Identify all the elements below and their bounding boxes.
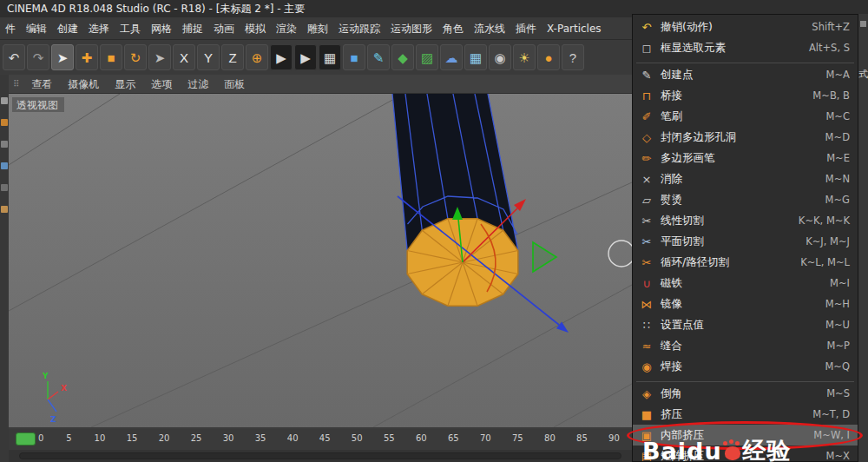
tool-icon: ▶ xyxy=(300,51,311,64)
window-title: CINEMA 4D R18.048 Studio (RC - R18) - [未… xyxy=(7,3,305,15)
menu-item-bevel[interactable]: ◈ 倒角 M~S xyxy=(633,383,858,404)
scale-tool[interactable]: ■ xyxy=(100,44,122,70)
axis-label-z: Z xyxy=(50,415,56,424)
menu-item-label: 桥接 xyxy=(655,89,804,103)
menu-bar-item[interactable]: 选择 xyxy=(83,17,115,40)
add-camera-button[interactable]: ◉ xyxy=(489,44,511,70)
render-settings-button[interactable]: ▦ xyxy=(319,44,341,70)
tool-icon: ↷ xyxy=(33,51,44,64)
menu-item-set-point-value[interactable]: ∷ 设置点值 M~U xyxy=(633,314,858,335)
menu-bar-item[interactable]: 插件 xyxy=(510,17,542,40)
material-ball-icon[interactable]: ● xyxy=(537,44,560,70)
timeline-range-slider[interactable] xyxy=(19,452,621,459)
menu-bar-item[interactable]: 流水线 xyxy=(469,17,510,40)
tool-icon: ↻ xyxy=(130,51,141,64)
menu-bar-item[interactable]: 工具 xyxy=(115,17,146,40)
menu-bar-item[interactable]: 运动图形 xyxy=(385,17,437,40)
menu-item-line-cut[interactable]: ✂ 线性切割 K~K, M~K xyxy=(633,210,858,231)
edge-mode-icon[interactable] xyxy=(1,184,8,191)
rotate-tool[interactable]: ↻ xyxy=(124,44,147,70)
menu-item-undo-action[interactable]: ↶ 撤销(动作) Shift+Z xyxy=(633,16,858,37)
coordinate-system-button[interactable]: ⊕ xyxy=(246,44,268,70)
menu-item-stitch-and-sew[interactable]: ≈ 缝合 M~P xyxy=(633,335,858,356)
panel-handle-icon[interactable]: ⠿ xyxy=(9,79,23,89)
menu-item-mirror[interactable]: ⋈ 镜像 M~H xyxy=(633,294,858,314)
timeline-ticks: 0 5 10 15 20 25 30 35 40 45 50 55 60 65 … xyxy=(38,433,620,443)
last-used-tool[interactable]: ➤ xyxy=(148,44,171,70)
menu-item-shortcut: M~D xyxy=(817,131,850,143)
model-mode-icon[interactable] xyxy=(1,119,8,126)
menu-bar-item[interactable]: 模拟 xyxy=(240,17,271,40)
timeline-ruler[interactable]: 0 5 10 15 20 25 30 35 40 45 50 55 60 65 … xyxy=(9,429,632,450)
menu-item-label: 设置点值 xyxy=(655,318,817,333)
tool-icon: Z xyxy=(228,51,236,64)
dissolve-icon: × xyxy=(638,174,655,185)
viewport-menu-item[interactable]: 选项 xyxy=(143,75,180,94)
menu-item-loop-path-cut[interactable]: ✂ 循环/路径切割 K~L, M~L xyxy=(633,252,858,273)
move-tool[interactable]: ✚ xyxy=(76,44,98,70)
timeline-tick: 20 xyxy=(159,433,170,443)
menu-bar-item[interactable]: 雕刻 xyxy=(302,17,333,40)
render-view-button[interactable]: ▶ xyxy=(270,44,293,70)
add-generator-button[interactable]: ◆ xyxy=(391,44,414,70)
add-spline-pen-button[interactable]: ✎ xyxy=(367,44,390,70)
menu-item-iron[interactable]: ▱ 熨烫 M~G xyxy=(633,189,858,210)
live-selection-tool[interactable]: ➤ xyxy=(51,44,74,70)
menu-item-plane-cut[interactable]: ✂ 平面切割 K~J, M~J xyxy=(633,231,858,252)
menu-bar-item[interactable]: 件 xyxy=(0,17,21,40)
timeline-tick: 70 xyxy=(480,433,491,443)
viewport-menu-item[interactable]: 过滤 xyxy=(180,75,216,94)
make-editable-icon[interactable] xyxy=(1,97,8,104)
close-polygon-hole-icon: ◇ xyxy=(638,132,655,143)
point-mode-icon[interactable] xyxy=(1,162,8,169)
menu-bar-item[interactable]: 捕捉 xyxy=(177,17,208,40)
menu-bar-item[interactable]: 角色 xyxy=(437,17,469,40)
add-deformer-button[interactable]: ▨ xyxy=(416,44,438,70)
menu-item-magnet[interactable]: ∪ 磁铁 M~I xyxy=(633,273,858,294)
add-environment-button[interactable]: ☁ xyxy=(440,44,463,70)
timeline-tick: 90 xyxy=(608,433,620,443)
menu-bar-item[interactable]: 编辑 xyxy=(21,17,52,40)
menu-bar-item[interactable]: 渲染 xyxy=(271,17,302,40)
tool-icon: ◆ xyxy=(398,51,408,64)
menu-item-polygon-pen[interactable]: ✏ 多边形画笔 M~E xyxy=(633,148,858,168)
menu-item-label: 缝合 xyxy=(655,339,819,353)
undo-icon[interactable]: ↶ xyxy=(3,44,25,70)
viewport-menu-item[interactable]: 摄像机 xyxy=(60,75,107,94)
add-cube-object-button[interactable]: ■ xyxy=(343,44,365,70)
menu-bar-item[interactable]: 网格 xyxy=(146,17,177,40)
render-to-picture-viewer-button[interactable]: ▶ xyxy=(294,44,317,70)
timeline-range-bar xyxy=(9,450,632,462)
help-button[interactable]: ? xyxy=(562,44,584,70)
menu-item-brush[interactable]: ✐ 笔刷 M~C xyxy=(633,106,858,127)
texture-mode-icon[interactable] xyxy=(1,141,8,148)
menu-item-weld[interactable]: ◉ 焊接 M~Q xyxy=(633,356,858,377)
menu-bar-item[interactable]: X-Particles xyxy=(542,17,607,40)
menu-bar-item[interactable]: 运动跟踪 xyxy=(333,17,385,40)
add-light-button[interactable]: ☀ xyxy=(513,44,536,70)
menu-item-dissolve[interactable]: × 消除 M~N xyxy=(633,168,858,189)
menu-item-shortcut: M~B, B xyxy=(804,89,850,102)
redo-icon[interactable]: ↷ xyxy=(27,44,49,70)
viewport-menu-item[interactable]: 显示 xyxy=(107,75,143,94)
menu-item-label: 框显选取元素 xyxy=(655,41,800,56)
menu-item-bridge[interactable]: ⊓ 桥接 M~B, B xyxy=(633,85,858,106)
menu-item-close-polygon-hole[interactable]: ◇ 封闭多边形孔洞 M~D xyxy=(633,127,858,148)
menu-bar-item[interactable]: 创建 xyxy=(52,17,83,40)
add-mograph-button[interactable]: ▦ xyxy=(464,44,487,70)
current-frame-marker[interactable] xyxy=(16,432,36,446)
polygon-mode-icon[interactable] xyxy=(1,206,8,213)
menu-bar-item[interactable]: 动画 xyxy=(208,17,240,40)
z-axis-lock-button[interactable]: Z xyxy=(221,44,244,70)
x-axis-lock-button[interactable]: X xyxy=(173,44,195,70)
perspective-viewport[interactable]: Y X Z 透视视图 xyxy=(9,94,632,427)
menu-item-label: 焊接 xyxy=(655,360,816,374)
menu-item-create-point[interactable]: ✎ 创建点 M~A xyxy=(633,64,858,85)
timeline-tick: 15 xyxy=(127,433,138,443)
viewport-menu-item[interactable]: 面板 xyxy=(216,75,253,94)
cinema4d-window: { "window": { "title": "CINEMA 4D R18.04… xyxy=(0,0,868,462)
viewport-menu-item[interactable]: 查看 xyxy=(23,75,60,94)
menu-item-frame-selected[interactable]: ◻ 框显选取元素 Alt+S, S xyxy=(633,37,858,58)
y-axis-lock-button[interactable]: Y xyxy=(197,44,220,70)
menu-item-extrude[interactable]: ■ 挤压 M~T, D xyxy=(633,404,858,425)
